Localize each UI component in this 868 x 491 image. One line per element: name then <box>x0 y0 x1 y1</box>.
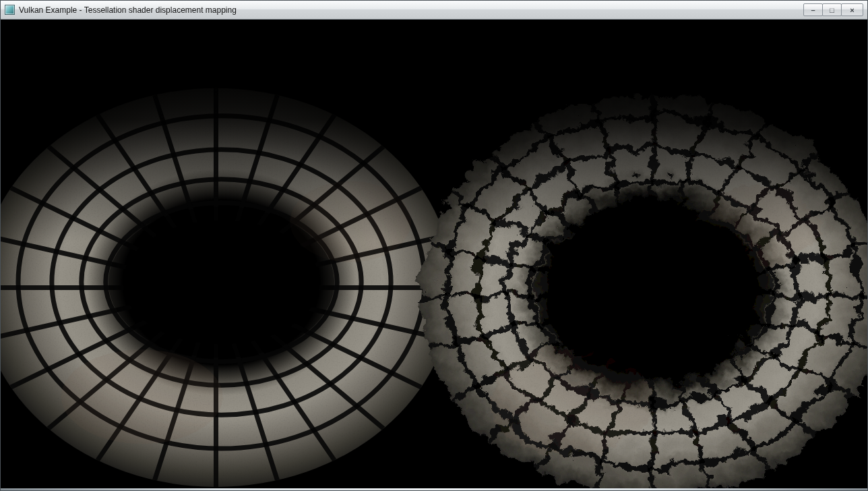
top-vignette <box>1 20 867 242</box>
close-button[interactable]: × <box>841 3 863 16</box>
window-controls: – □ × <box>804 3 865 16</box>
maximize-button[interactable]: □ <box>822 3 842 16</box>
minimize-button[interactable]: – <box>803 3 823 16</box>
render-canvas[interactable] <box>1 20 867 488</box>
titlebar[interactable]: Vulkan Example - Tessellation shader dis… <box>1 1 867 20</box>
window-frame-bottom <box>1 488 867 490</box>
app-window: Vulkan Example - Tessellation shader dis… <box>0 0 868 491</box>
app-icon[interactable] <box>5 5 15 15</box>
render-viewport[interactable] <box>1 20 867 488</box>
window-title: Vulkan Example - Tessellation shader dis… <box>19 5 800 15</box>
